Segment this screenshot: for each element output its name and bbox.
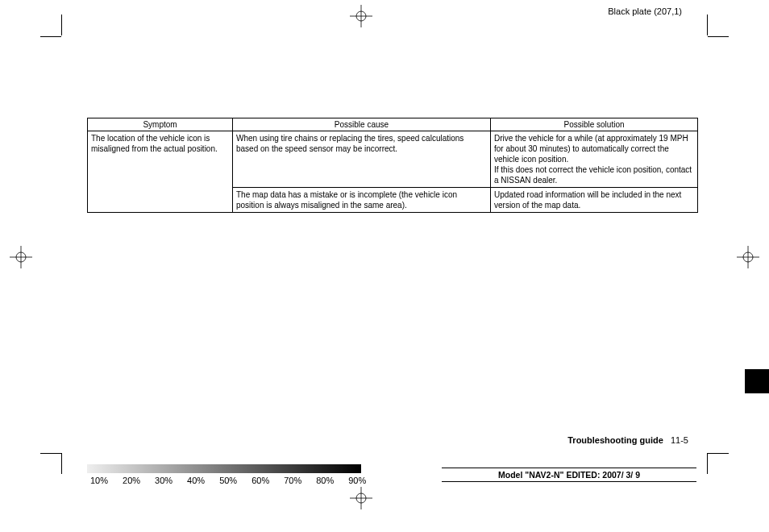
percent-label: 90%	[348, 476, 366, 485]
registration-mark-icon	[350, 5, 372, 27]
table-cell-cause: The map data has a mistake or is incompl…	[233, 188, 491, 213]
registration-mark-icon	[350, 487, 372, 509]
percent-label: 10%	[90, 476, 108, 485]
table-header: Possible cause	[233, 118, 491, 131]
crop-mark	[707, 453, 708, 474]
percent-label: 30%	[155, 476, 173, 485]
table-cell-solution: Updated road information will be include…	[491, 188, 698, 213]
model-edition-bar: Model "NAV2-N" EDITED: 2007/ 3/ 9	[442, 468, 696, 482]
percent-scale-row: 10% 20% 30% 40% 50% 60% 70% 80% 90%	[90, 476, 380, 485]
content-area: Symptom Possible cause Possible solution…	[87, 118, 698, 213]
troubleshooting-table: Symptom Possible cause Possible solution…	[87, 118, 698, 213]
percent-label: 70%	[284, 476, 301, 485]
page-number: 11-5	[671, 435, 688, 445]
crop-mark	[708, 36, 729, 37]
table-cell-cause: When using tire chains or replacing the …	[233, 131, 491, 188]
table-cell-symptom: The location of the vehicle icon is misa…	[88, 131, 233, 213]
table-header: Symptom	[88, 118, 233, 131]
plate-label: Black plate (207,1)	[608, 6, 682, 16]
percent-label: 20%	[123, 476, 140, 485]
table-row: The location of the vehicle icon is misa…	[88, 131, 698, 188]
crop-mark	[61, 453, 62, 474]
crop-mark	[61, 15, 62, 35]
crop-mark	[40, 36, 61, 37]
page-tab	[745, 369, 769, 393]
percent-label: 60%	[251, 476, 269, 485]
crop-mark	[708, 453, 729, 454]
table-header: Possible solution	[491, 118, 698, 131]
section-footer: Troubleshooting guide 11-5	[567, 435, 688, 445]
crop-mark	[707, 15, 708, 35]
registration-mark-icon	[737, 246, 759, 268]
density-gradient-bar	[87, 464, 361, 473]
crop-mark	[40, 453, 61, 454]
percent-label: 80%	[316, 476, 334, 485]
table-cell-solution: Drive the vehicle for a while (at approx…	[491, 131, 698, 188]
registration-mark-icon	[10, 246, 32, 268]
percent-label: 50%	[219, 476, 237, 485]
section-label: Troubleshooting guide	[567, 435, 663, 445]
percent-label: 40%	[187, 476, 205, 485]
